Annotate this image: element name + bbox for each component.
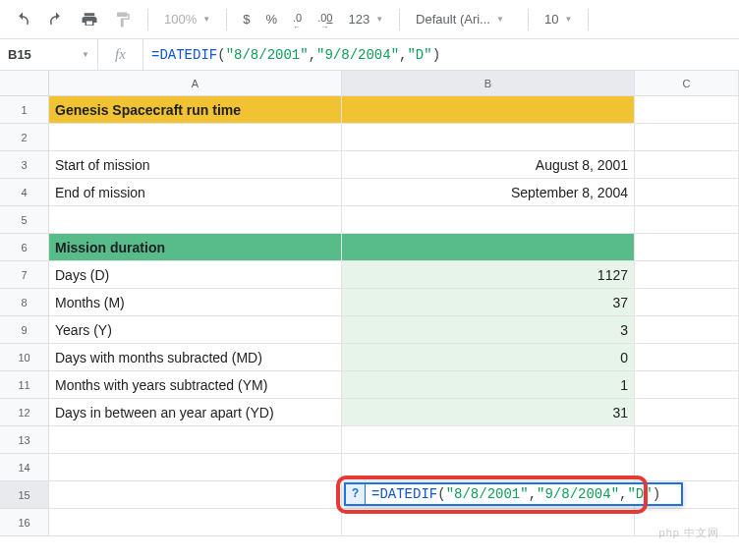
cell-a9[interactable]: Years (Y) xyxy=(49,316,342,344)
cell-a8[interactable]: Months (M) xyxy=(49,289,342,316)
separator xyxy=(588,9,589,30)
row-header[interactable]: 15 xyxy=(0,481,49,509)
font-name: Default (Ari... xyxy=(416,12,490,27)
cell-reference: B15 xyxy=(8,47,31,62)
cell-b12[interactable]: 31 xyxy=(342,399,635,426)
cell-b1[interactable] xyxy=(342,96,635,124)
highlight-annotation xyxy=(336,476,648,514)
cell-a2[interactable] xyxy=(49,124,342,151)
cell-c4[interactable] xyxy=(635,179,739,206)
separator xyxy=(147,9,148,30)
format-label: 123 xyxy=(348,12,370,27)
paint-format-icon[interactable] xyxy=(108,6,138,33)
separator xyxy=(226,9,227,30)
font-family-dropdown[interactable]: Default (Ari...▼ xyxy=(410,6,518,33)
cell-a16[interactable] xyxy=(49,509,342,536)
cell-b5[interactable] xyxy=(342,206,635,234)
cell-b13[interactable] xyxy=(342,426,635,454)
row-header[interactable]: 10 xyxy=(0,344,49,371)
cell-b15-editing[interactable]: ? =DATEDIF("8/8/2001","9/8/2004","D") xyxy=(342,481,635,509)
cell-a6[interactable]: Mission duration xyxy=(49,234,342,261)
cell-c8[interactable] xyxy=(635,289,739,316)
cell-c2[interactable] xyxy=(635,124,739,151)
undo-icon[interactable] xyxy=(8,6,37,33)
row-header[interactable]: 6 xyxy=(0,234,49,261)
cell-a13[interactable] xyxy=(49,426,342,454)
separator xyxy=(399,9,400,30)
row-header[interactable]: 7 xyxy=(0,261,49,289)
cell-b8[interactable]: 37 xyxy=(342,289,635,316)
cell-a11[interactable]: Months with years subtracted (YM) xyxy=(49,371,342,399)
row-header[interactable]: 8 xyxy=(0,289,49,316)
col-header-a[interactable]: A xyxy=(49,71,342,96)
more-formats-dropdown[interactable]: 123▼ xyxy=(342,6,389,33)
cell-a4[interactable]: End of mission xyxy=(49,179,342,206)
row-header[interactable]: 3 xyxy=(0,151,49,179)
toolbar: 100%▼ $ % .0← .00→ 123▼ Default (Ari...▼… xyxy=(0,0,739,39)
cell-b3[interactable]: August 8, 2001 xyxy=(342,151,635,179)
cell-a5[interactable] xyxy=(49,206,342,234)
cell-c14[interactable] xyxy=(635,454,739,481)
row-header[interactable]: 9 xyxy=(0,316,49,344)
row-header[interactable]: 12 xyxy=(0,399,49,426)
redo-icon[interactable] xyxy=(41,6,71,33)
zoom-value: 100% xyxy=(164,12,197,27)
cell-a3[interactable]: Start of mission xyxy=(49,151,342,179)
select-all-corner[interactable] xyxy=(0,71,49,96)
cell-c13[interactable] xyxy=(635,426,739,454)
formula-input[interactable]: =DATEDIF("8/8/2001","9/8/2004","D") xyxy=(143,39,739,70)
formula-func: =DATEDIF xyxy=(151,47,217,63)
percent-format-button[interactable]: % xyxy=(259,6,283,33)
cell-c6[interactable] xyxy=(635,234,739,261)
formula-bar: B15 ▼ fx =DATEDIF("8/8/2001","9/8/2004",… xyxy=(0,39,739,71)
cell-a7[interactable]: Days (D) xyxy=(49,261,342,289)
cell-c9[interactable] xyxy=(635,316,739,344)
col-header-c[interactable]: C xyxy=(635,71,739,96)
separator xyxy=(528,9,529,30)
chevron-down-icon: ▼ xyxy=(202,15,210,24)
currency-format-button[interactable]: $ xyxy=(237,6,256,33)
cell-b11[interactable]: 1 xyxy=(342,371,635,399)
cell-b2[interactable] xyxy=(342,124,635,151)
row-header[interactable]: 2 xyxy=(0,124,49,151)
chevron-down-icon: ▼ xyxy=(496,15,504,24)
cell-a12[interactable]: Days in between an year apart (YD) xyxy=(49,399,342,426)
increase-decimal-button[interactable]: .00→ xyxy=(312,6,338,33)
font-size-value: 10 xyxy=(544,12,558,27)
row-header[interactable]: 11 xyxy=(0,371,49,399)
col-header-b[interactable]: B xyxy=(342,71,635,96)
row-header[interactable]: 1 xyxy=(0,96,49,124)
decrease-decimal-button[interactable]: .0← xyxy=(287,6,308,33)
cell-b4[interactable]: September 8, 2004 xyxy=(342,179,635,206)
cell-b7[interactable]: 1127 xyxy=(342,261,635,289)
cell-c10[interactable] xyxy=(635,344,739,371)
cell-c7[interactable] xyxy=(635,261,739,289)
row-header[interactable]: 4 xyxy=(0,179,49,206)
row-header[interactable]: 14 xyxy=(0,454,49,481)
cell-b9[interactable]: 3 xyxy=(342,316,635,344)
cell-b6[interactable] xyxy=(342,234,635,261)
fx-label: fx xyxy=(98,39,143,70)
cell-c3[interactable] xyxy=(635,151,739,179)
cell-a1[interactable]: Genesis Spacecraft run time xyxy=(49,96,342,124)
row-header[interactable]: 5 xyxy=(0,206,49,234)
cell-c5[interactable] xyxy=(635,206,739,234)
spreadsheet-grid: A B C 1 Genesis Spacecraft run time 2 3 … xyxy=(0,71,739,536)
zoom-dropdown[interactable]: 100%▼ xyxy=(158,6,216,33)
chevron-down-icon: ▼ xyxy=(82,50,89,59)
print-icon[interactable] xyxy=(75,6,104,33)
chevron-down-icon: ▼ xyxy=(565,15,573,24)
row-header[interactable]: 16 xyxy=(0,509,49,536)
name-box[interactable]: B15 ▼ xyxy=(0,39,98,70)
cell-b10[interactable]: 0 xyxy=(342,344,635,371)
watermark: php 中文网 xyxy=(659,526,719,540)
cell-c1[interactable] xyxy=(635,96,739,124)
cell-c11[interactable] xyxy=(635,371,739,399)
chevron-down-icon: ▼ xyxy=(375,15,383,24)
cell-c12[interactable] xyxy=(635,399,739,426)
cell-a15[interactable] xyxy=(49,481,342,509)
row-header[interactable]: 13 xyxy=(0,426,49,454)
cell-a10[interactable]: Days with months subracted (MD) xyxy=(49,344,342,371)
font-size-dropdown[interactable]: 10▼ xyxy=(539,6,578,33)
cell-a14[interactable] xyxy=(49,454,342,481)
